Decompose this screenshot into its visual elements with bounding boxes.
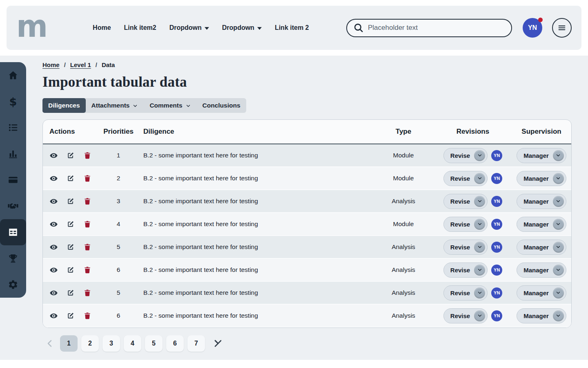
nav-item-home[interactable]: Home <box>93 24 111 31</box>
chevron-down-icon[interactable] <box>553 310 564 321</box>
page-button[interactable]: 4 <box>124 335 141 352</box>
page-button[interactable]: 3 <box>102 335 120 352</box>
assignee-avatar[interactable]: YN <box>491 287 502 298</box>
chevron-down-icon[interactable] <box>474 287 485 298</box>
nav-item-dropdown-2[interactable]: Dropdown <box>222 24 262 31</box>
revise-button[interactable]: Revise <box>443 148 488 163</box>
sidebar-item-list[interactable] <box>0 114 26 141</box>
revise-button[interactable]: Revise <box>443 194 488 209</box>
page-button[interactable]: 5 <box>145 335 163 352</box>
edit-button[interactable] <box>67 197 75 205</box>
chevron-down-icon[interactable] <box>553 287 564 298</box>
edit-button[interactable] <box>67 289 75 297</box>
page-button[interactable]: 7 <box>187 335 205 352</box>
view-button[interactable] <box>49 197 58 206</box>
delete-button[interactable] <box>83 289 91 297</box>
delete-button[interactable] <box>83 312 91 320</box>
app-logo[interactable]: m <box>16 13 47 40</box>
delete-button[interactable] <box>83 266 91 274</box>
chevron-down-icon[interactable] <box>474 173 485 184</box>
edit-button[interactable] <box>67 220 75 228</box>
next-page-button[interactable] <box>210 339 223 348</box>
delete-button[interactable] <box>83 197 91 205</box>
chevron-down-icon[interactable] <box>474 310 485 321</box>
chevron-down-icon[interactable] <box>553 196 564 207</box>
chevron-down-icon[interactable] <box>474 196 485 207</box>
page-button[interactable]: 1 <box>60 335 78 352</box>
manager-button[interactable]: Manager <box>517 171 566 186</box>
assignee-avatar[interactable]: YN <box>491 242 502 253</box>
nav-item-link-item-2[interactable]: Link item 2 <box>275 24 309 31</box>
assignee-avatar[interactable]: YN <box>491 219 502 230</box>
page-button[interactable]: 6 <box>166 335 184 352</box>
search-box[interactable] <box>346 19 512 37</box>
assignee-avatar[interactable]: YN <box>491 196 502 207</box>
search-input[interactable] <box>368 24 505 32</box>
sidebar-item-reports[interactable] <box>0 141 26 167</box>
chevron-down-icon[interactable] <box>474 265 485 276</box>
view-button[interactable] <box>49 266 58 274</box>
chevron-down-icon[interactable] <box>474 150 485 161</box>
prev-page-button[interactable] <box>43 339 56 348</box>
view-button[interactable] <box>49 312 58 320</box>
view-button[interactable] <box>49 220 58 229</box>
nav-item-dropdown-1[interactable]: Dropdown <box>169 24 209 31</box>
sidebar-item-data-table[interactable] <box>0 219 26 245</box>
tab-diligences[interactable]: Diligences <box>42 98 86 113</box>
manager-button[interactable]: Manager <box>517 240 566 255</box>
chevron-down-icon[interactable] <box>553 219 564 230</box>
sidebar-item-achievements[interactable] <box>0 245 26 272</box>
chevron-down-icon[interactable] <box>553 173 564 184</box>
revise-button[interactable]: Revise <box>443 217 488 232</box>
revise-button[interactable]: Revise <box>443 240 488 255</box>
manager-button[interactable]: Manager <box>517 285 566 301</box>
edit-button[interactable] <box>67 151 75 159</box>
breadcrumb-link-level-1[interactable]: Level 1 <box>70 61 91 68</box>
user-avatar[interactable]: YN <box>523 18 542 38</box>
manager-button[interactable]: Manager <box>517 263 566 278</box>
chevron-down-icon[interactable] <box>474 219 485 230</box>
edit-button[interactable] <box>67 243 75 251</box>
sidebar-item-home[interactable] <box>0 62 26 88</box>
edit-button[interactable] <box>67 266 75 274</box>
sidebar-item-partners[interactable] <box>0 193 26 219</box>
chevron-down-icon[interactable] <box>553 242 564 253</box>
sidebar-item-payments[interactable] <box>0 167 26 193</box>
tab-conclusions[interactable]: Conclusions <box>197 98 246 113</box>
manager-button[interactable]: Manager <box>517 308 566 323</box>
revise-button[interactable]: Revise <box>443 263 488 278</box>
chevron-down-icon[interactable] <box>474 242 485 253</box>
view-button[interactable] <box>49 151 58 160</box>
manager-button[interactable]: Manager <box>517 194 566 209</box>
tab-comments[interactable]: Comments <box>144 98 196 113</box>
delete-button[interactable] <box>83 220 91 228</box>
nav-item-link-item2[interactable]: Link item2 <box>124 24 156 31</box>
sidebar-item-finance[interactable]: $ <box>0 88 26 114</box>
view-button[interactable] <box>49 174 58 183</box>
delete-button[interactable] <box>83 174 91 182</box>
tab-attachments[interactable]: Attachments <box>86 98 144 113</box>
page-button[interactable]: 2 <box>81 335 99 352</box>
delete-button[interactable] <box>83 243 91 251</box>
chevron-down-icon[interactable] <box>553 150 564 161</box>
chevron-down-icon[interactable] <box>553 265 564 276</box>
view-button[interactable] <box>49 289 58 297</box>
view-button[interactable] <box>49 243 58 251</box>
manager-button[interactable]: Manager <box>517 217 566 232</box>
edit-icon <box>67 220 75 228</box>
edit-button[interactable] <box>67 174 75 182</box>
assignee-avatar[interactable]: YN <box>491 173 502 184</box>
edit-button[interactable] <box>67 312 75 320</box>
revise-button[interactable]: Revise <box>443 171 488 186</box>
revise-button[interactable]: Revise <box>443 285 488 301</box>
hamburger-menu-button[interactable] <box>552 18 572 38</box>
assignee-avatar[interactable]: YN <box>491 150 502 161</box>
assignee-avatar[interactable]: YN <box>491 310 502 321</box>
breadcrumb-link-home[interactable]: Home <box>42 61 60 68</box>
type-cell: Analysis <box>373 266 434 274</box>
revise-button[interactable]: Revise <box>443 308 488 323</box>
manager-button[interactable]: Manager <box>517 148 566 163</box>
sidebar-item-settings[interactable] <box>0 272 26 298</box>
assignee-avatar[interactable]: YN <box>491 265 502 276</box>
delete-button[interactable] <box>83 151 91 159</box>
